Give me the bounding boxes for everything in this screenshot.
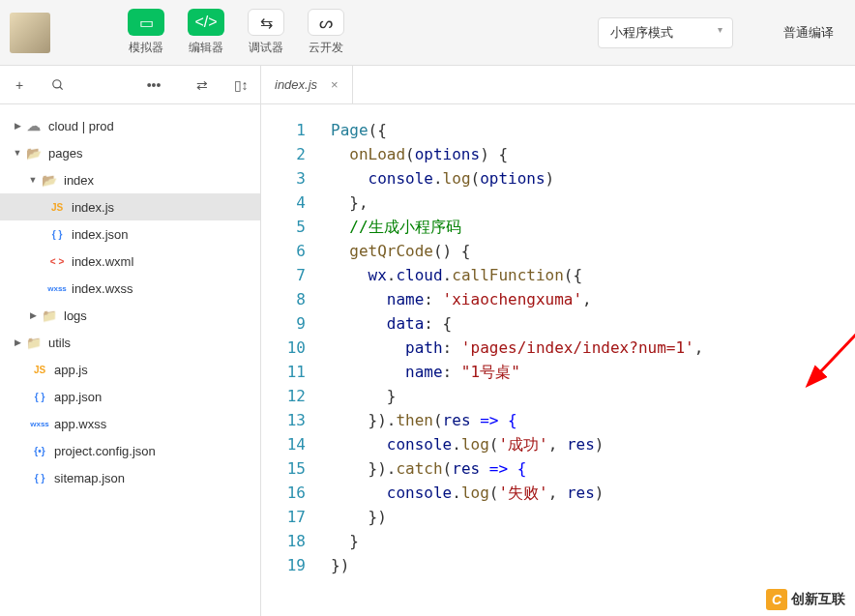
tree-label: cloud | prod xyxy=(48,119,114,133)
compile-dropdown[interactable]: 普通编译 xyxy=(772,18,845,47)
tree-file-index-wxml[interactable]: < >index.wxml xyxy=(0,248,260,275)
close-icon[interactable]: × xyxy=(331,77,339,92)
tree-label: app.js xyxy=(54,363,88,377)
tree-file-project-config[interactable]: {•}project.config.json xyxy=(0,437,260,464)
sliders-icon: ⇆ xyxy=(248,9,284,36)
tree-label: logs xyxy=(64,308,87,323)
editor-tabs: index.js × xyxy=(261,66,855,104)
tree-label: project.config.json xyxy=(54,444,156,458)
debugger-label: 调试器 xyxy=(249,40,283,56)
tree-file-app-js[interactable]: JSapp.js xyxy=(0,356,260,383)
editor-label: 编辑器 xyxy=(189,40,223,56)
tab-label: index.js xyxy=(275,77,317,92)
tree-folder-index[interactable]: ▼index xyxy=(0,166,260,193)
tree-file-app-json[interactable]: { }app.json xyxy=(0,383,260,410)
tree-folder-cloud[interactable]: ▶cloud | prod xyxy=(0,112,260,139)
config-icon: {•} xyxy=(29,443,50,458)
wxml-icon: < > xyxy=(46,253,68,269)
tree-label: utils xyxy=(48,336,71,350)
wxss-icon: wxss xyxy=(29,416,50,431)
watermark: C 创新互联 xyxy=(766,589,845,610)
tree-folder-pages[interactable]: ▼pages xyxy=(0,139,260,166)
line-gutter: 12345678910111213141516171819 xyxy=(261,104,319,616)
search-icon xyxy=(51,78,65,92)
svg-point-0 xyxy=(53,79,61,87)
tree-label: index.js xyxy=(72,200,114,215)
simulator-button[interactable]: ▭ 模拟器 xyxy=(128,9,164,56)
top-toolbar: ▭ 模拟器 </> 编辑器 ⇆ 调试器 ᔕ 云开发 小程序模式 普通编译 xyxy=(0,0,855,66)
tree-label: pages xyxy=(48,146,82,161)
cloud-label: 云开发 xyxy=(309,40,343,56)
search-button[interactable] xyxy=(39,66,77,104)
layout-button[interactable]: ▯↕ xyxy=(221,66,260,104)
watermark-icon: C xyxy=(766,589,787,610)
tree-label: app.json xyxy=(54,390,102,404)
folder-icon xyxy=(39,172,60,188)
more-button[interactable]: ••• xyxy=(134,66,173,104)
file-tree: ▶cloud | prod ▼pages ▼index JSindex.js {… xyxy=(0,104,260,616)
tree-label: index.json xyxy=(72,227,129,242)
tree-label: app.wxss xyxy=(54,417,106,431)
file-explorer: + ••• ⇄ ▯↕ ▶cloud | prod ▼pages ▼index J… xyxy=(0,66,261,616)
mode-dropdown[interactable]: 小程序模式 xyxy=(598,17,733,48)
folder-icon xyxy=(23,145,44,161)
js-icon: JS xyxy=(46,199,68,215)
mode-select-group: 小程序模式 普通编译 xyxy=(598,17,845,48)
svg-line-1 xyxy=(60,86,63,89)
tab-index-js[interactable]: index.js × xyxy=(261,66,353,103)
cloud-button[interactable]: ᔕ 云开发 xyxy=(308,9,344,56)
explorer-actions: + ••• ⇄ ▯↕ xyxy=(0,66,260,104)
tree-file-index-js[interactable]: JSindex.js xyxy=(0,193,260,220)
tree-label: index.wxss xyxy=(72,281,133,296)
cloud-folder-icon xyxy=(23,118,44,133)
tree-folder-utils[interactable]: ▶utils xyxy=(0,329,260,356)
tree-file-app-wxss[interactable]: wxssapp.wxss xyxy=(0,410,260,437)
collapse-button[interactable]: ⇄ xyxy=(183,66,221,104)
tree-label: sitemap.json xyxy=(54,471,125,485)
tree-folder-logs[interactable]: ▶logs xyxy=(0,302,260,329)
tree-label: index.wxml xyxy=(72,254,133,269)
code-content[interactable]: Page({ onLoad(options) { console.log(opt… xyxy=(319,104,855,616)
project-avatar[interactable] xyxy=(10,13,50,53)
debugger-button[interactable]: ⇆ 调试器 xyxy=(248,9,284,56)
toolbar-buttons: ▭ 模拟器 </> 编辑器 ⇆ 调试器 ᔕ 云开发 xyxy=(128,9,344,56)
editor-button[interactable]: </> 编辑器 xyxy=(188,9,224,56)
tree-file-index-wxss[interactable]: wxssindex.wxss xyxy=(0,275,260,302)
json-icon: { } xyxy=(29,389,50,404)
simulator-label: 模拟器 xyxy=(129,40,163,56)
main-area: + ••• ⇄ ▯↕ ▶cloud | prod ▼pages ▼index J… xyxy=(0,66,855,616)
add-file-button[interactable]: + xyxy=(0,66,39,104)
js-icon: JS xyxy=(29,362,50,377)
code-icon: </> xyxy=(188,9,224,36)
cloud-icon: ᔕ xyxy=(308,9,344,36)
tree-file-index-json[interactable]: { }index.json xyxy=(0,220,260,248)
watermark-text: 创新互联 xyxy=(791,591,845,608)
wxss-icon: wxss xyxy=(46,280,68,296)
code-editor: index.js × 12345678910111213141516171819… xyxy=(261,66,855,616)
phone-icon: ▭ xyxy=(128,9,164,36)
tree-file-sitemap[interactable]: { }sitemap.json xyxy=(0,464,260,491)
folder-icon xyxy=(39,308,60,323)
tree-label: index xyxy=(64,173,94,188)
code-area[interactable]: 12345678910111213141516171819 Page({ onL… xyxy=(261,104,855,616)
json-icon: { } xyxy=(29,470,50,485)
folder-icon xyxy=(23,335,44,350)
json-icon: { } xyxy=(46,226,68,242)
